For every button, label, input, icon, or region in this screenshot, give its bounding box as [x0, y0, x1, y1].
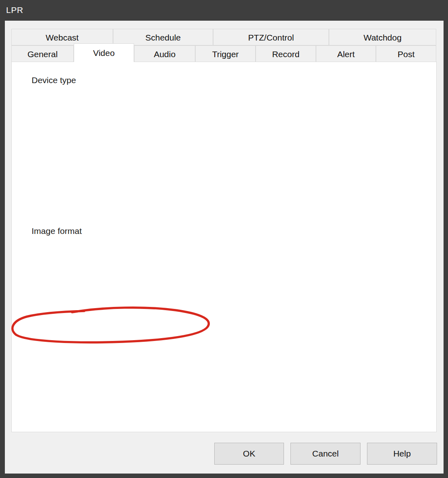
tab-content-pane: [11, 62, 437, 432]
tab-trigger[interactable]: Trigger: [195, 45, 256, 62]
tab-webcast[interactable]: Webcast: [11, 29, 113, 45]
cancel-button[interactable]: Cancel: [290, 443, 361, 465]
tab-video[interactable]: Video: [74, 43, 134, 62]
tab-general[interactable]: General: [11, 45, 74, 62]
ok-button[interactable]: OK: [214, 443, 284, 465]
device-type-legend: Device type: [29, 75, 79, 85]
tab-schedule[interactable]: Schedule: [113, 29, 213, 45]
tab-watchdog[interactable]: Watchdog: [329, 29, 436, 45]
tab-ptz-control[interactable]: PTZ/Control: [213, 29, 329, 45]
lpr-dialog-window: { "window": { "title": "LPR" }, "colors"…: [0, 0, 448, 478]
window-title: LPR: [6, 5, 23, 15]
tab-audio[interactable]: Audio: [134, 45, 195, 62]
help-button[interactable]: Help: [367, 443, 437, 465]
image-format-legend: Image format: [29, 226, 84, 236]
tab-post[interactable]: Post: [376, 45, 436, 62]
tab-record[interactable]: Record: [256, 45, 316, 62]
tab-alert[interactable]: Alert: [316, 45, 376, 62]
